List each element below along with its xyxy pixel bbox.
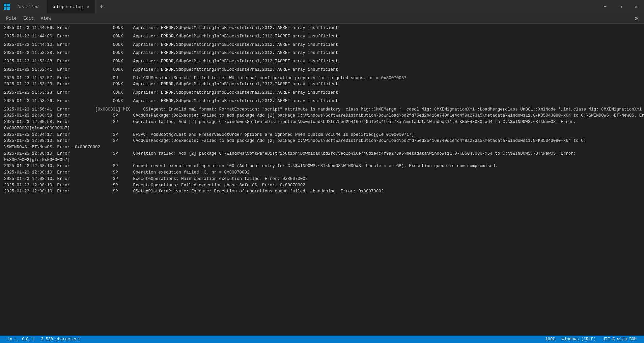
log-line: 2025-01-23 11:52:57, Error DU DU::CDUSes…	[0, 75, 644, 82]
svg-rect-1	[7, 4, 10, 6]
log-line: 2025-01-23 11:44:06, Error CONX Appraise…	[0, 33, 644, 40]
log-line: 0x80070002[gle=0x000000b7]	[0, 157, 644, 163]
log-line: 2025-01-23 12:04:17, Error SP BFSVC: Add…	[0, 132, 644, 138]
app-icon	[0, 0, 13, 13]
tab-setuperr-label: setuperr.log	[51, 4, 83, 9]
window-controls: ─ ❐ ✕	[597, 0, 644, 13]
content-area[interactable]: 2025-01-23 11:44:06, Error CONX Appraise…	[0, 24, 644, 336]
log-line: 2025-01-23 12:08:10, Error SP ExecuteOpe…	[0, 182, 644, 189]
menu-edit[interactable]: Edit	[20, 14, 37, 22]
menu-file[interactable]: File	[3, 14, 20, 22]
log-line: 2025-01-23 12:08:10, Error SP CAddCbsPac…	[0, 138, 644, 144]
tab-untitled-label: Untitled	[18, 4, 38, 9]
log-line: 0x80070002[gle=0x000000b7]	[0, 125, 644, 132]
log-line: 2025-01-23 11:52:38, Error CONX Appraise…	[0, 58, 644, 65]
log-line: \$WINDOWS.~BT\NewOS. Error: 0x80070002	[0, 144, 644, 151]
close-button[interactable]: ✕	[628, 0, 644, 13]
log-line: 2025-01-23 11:53:26, Error CONX Appraise…	[0, 98, 644, 104]
minimize-button[interactable]: ─	[597, 0, 613, 13]
restore-button[interactable]: ❐	[613, 0, 628, 13]
log-line: 2025-01-23 11:44:10, Error CONX Appraise…	[0, 42, 644, 48]
status-zoom[interactable]: 100%	[542, 337, 559, 342]
log-line: 2025-01-23 11:44:06, Error CONX Appraise…	[0, 25, 644, 31]
tab-close-icon[interactable]: ✕	[86, 4, 91, 9]
tabs-area: Untitled setuperr.log ✕ +	[13, 0, 597, 13]
log-line: 2025-01-23 12:00:58, Error SP CAddCbsPac…	[0, 113, 644, 119]
menu-bar: File Edit View ⚙	[0, 13, 644, 24]
title-bar: Untitled setuperr.log ✕ + ─ ❐ ✕	[0, 0, 644, 13]
log-line: 2025-01-23 12:08:10, Error SP Operation …	[0, 169, 644, 176]
menu-view[interactable]: View	[37, 14, 54, 22]
tab-untitled[interactable]: Untitled	[13, 0, 47, 13]
log-line: 2025-01-23 11:53:23, Error CONX Appraise…	[0, 90, 644, 96]
status-characters[interactable]: 3,538 characters	[37, 336, 83, 343]
status-line-ending[interactable]: Windows (CRLF)	[558, 337, 599, 342]
log-line: 2025-01-23 12:08:10, Error SP Operation …	[0, 151, 644, 157]
settings-icon[interactable]: ⚙	[631, 14, 641, 23]
new-tab-button[interactable]: +	[95, 0, 108, 13]
status-position[interactable]: Ln 1, Col 1	[4, 336, 37, 343]
log-line: 2025-01-23 12:08:10, Error SP Cannot rev…	[0, 163, 644, 169]
status-encoding[interactable]: UTF-8 with BOM	[599, 337, 640, 342]
log-line: 2025-01-23 12:00:58, Error SP Operation …	[0, 119, 644, 125]
svg-rect-0	[4, 4, 6, 6]
status-right: 100% Windows (CRLF) UTF-8 with BOM	[542, 337, 640, 342]
log-line: 2025-01-23 11:52:41, Error CONX Appraise…	[0, 67, 644, 73]
log-line: 2025-01-23 12:08:10, Error SP ExecuteOpe…	[0, 176, 644, 182]
status-bar: Ln 1, Col 1 3,538 characters 100% Window…	[0, 336, 644, 343]
svg-rect-3	[7, 7, 10, 10]
log-line: 2025-01-23 11:56:41, Error [0x080831] MI…	[0, 106, 644, 113]
log-line: 2025-01-23 11:52:38, Error CONX Appraise…	[0, 50, 644, 56]
log-line: 2025-01-23 12:08:10, Error SP CSetupPlat…	[0, 188, 644, 195]
log-line: 2025-01-23 11:53:23, Error CONX Appraise…	[0, 81, 644, 88]
tab-setuperr[interactable]: setuperr.log ✕	[47, 0, 95, 13]
svg-rect-2	[4, 7, 6, 10]
